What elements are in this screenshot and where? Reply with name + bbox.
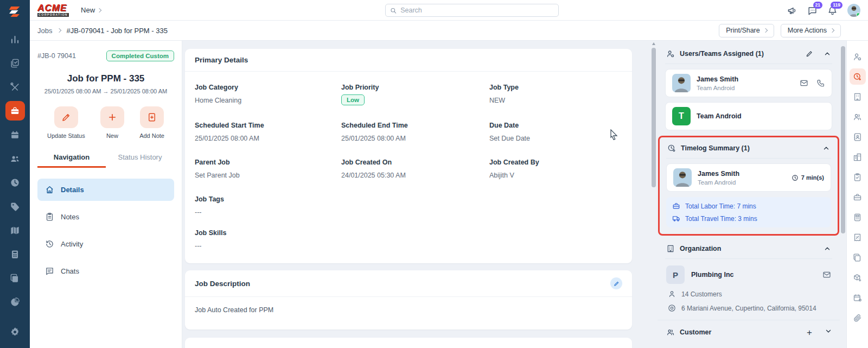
insights-icon[interactable] xyxy=(5,292,25,312)
edit-description-button[interactable] xyxy=(610,277,622,289)
assigned-team-card[interactable]: T Team Android xyxy=(665,102,832,130)
checklist-icon[interactable] xyxy=(850,169,866,185)
nav-item-details[interactable]: Details xyxy=(37,179,174,201)
reports-icon[interactable] xyxy=(5,268,25,288)
nav-item-activity[interactable]: Activity xyxy=(37,233,174,255)
field-label: Job Type xyxy=(489,84,622,91)
expand-customer-button[interactable] xyxy=(825,327,832,337)
quote-icon[interactable] xyxy=(850,229,866,245)
location-pin-icon xyxy=(668,304,676,312)
field-value: Abijith V xyxy=(489,172,622,179)
main-scrollbar[interactable] xyxy=(652,48,656,187)
chevron-down-icon xyxy=(763,28,767,33)
pricebook-icon[interactable] xyxy=(5,197,25,216)
settings-icon[interactable] xyxy=(5,322,25,341)
add-note-button[interactable]: Add Note xyxy=(139,106,164,139)
job-icon[interactable] xyxy=(850,189,866,205)
invoices-icon[interactable] xyxy=(5,244,25,264)
customer-icon[interactable] xyxy=(850,109,866,125)
customer-icon xyxy=(666,328,675,337)
right-panel: Users/Teams Assigned (1) James Smith Tea… xyxy=(658,41,840,348)
schedule-icon[interactable] xyxy=(850,289,866,306)
phone-icon[interactable] xyxy=(816,79,825,87)
chevron-up-icon xyxy=(822,144,830,152)
organization-name[interactable]: Plumbing Inc xyxy=(691,271,816,279)
calendar-icon[interactable] xyxy=(5,125,25,144)
parts-icon[interactable] xyxy=(850,269,866,286)
total-labor-time-text: Total Labor Time: 7 mins xyxy=(685,203,756,210)
organization-icon[interactable] xyxy=(850,88,866,105)
briefcase-icon xyxy=(672,202,680,210)
field-created-by: Job Created By Abijith V xyxy=(489,159,622,179)
new-button[interactable]: New xyxy=(100,106,124,139)
timelog-user-card[interactable]: James Smith Team Android 7 min(s) xyxy=(666,163,831,192)
collapse-users-teams-button[interactable] xyxy=(824,50,831,58)
edit-assignment-button[interactable] xyxy=(806,50,813,58)
field-job-skills: Job Skills --- xyxy=(195,229,622,250)
search-input[interactable] xyxy=(400,7,554,14)
new-label: New xyxy=(106,132,118,139)
timelog-icon[interactable] xyxy=(850,68,866,85)
teams-icon[interactable] xyxy=(5,149,25,168)
add-customer-button[interactable]: + xyxy=(807,328,812,337)
job-panel-tabs: Navigation Status History xyxy=(37,153,174,168)
property-icon[interactable] xyxy=(850,149,866,165)
jobs-icon[interactable] xyxy=(5,101,25,121)
job-status-badge[interactable]: Completed Custom xyxy=(106,50,174,61)
collapse-organization-button[interactable] xyxy=(824,245,831,252)
email-icon[interactable] xyxy=(822,270,831,279)
field-label: Scheduled Start Time xyxy=(195,122,341,129)
nav-item-chats[interactable]: Chats xyxy=(37,260,174,282)
field-label: Parent Job xyxy=(195,159,341,166)
chat-button[interactable]: 21 xyxy=(807,5,818,16)
field-value: 25/01/2025 08:00 AM xyxy=(195,135,341,142)
notifications-button[interactable]: 119 xyxy=(827,5,838,16)
more-actions-button[interactable]: More Actions xyxy=(781,24,841,37)
announcements-button[interactable] xyxy=(787,5,797,16)
email-icon[interactable] xyxy=(800,79,808,87)
field-value: 25/01/2025 08:00 AM xyxy=(341,135,489,142)
zuper-logo-icon[interactable] xyxy=(7,3,23,20)
right-panel-scrollbar[interactable] xyxy=(841,46,845,233)
set-due-date-link[interactable]: Set Due Date xyxy=(489,135,622,142)
field-label: Job Skills xyxy=(195,229,622,237)
field-label: Scheduled End Time xyxy=(341,122,489,129)
attachments-icon[interactable] xyxy=(850,309,866,326)
invoice-icon[interactable] xyxy=(850,209,866,225)
tab-navigation[interactable]: Navigation xyxy=(37,153,106,168)
field-value: --- xyxy=(195,208,622,216)
analytics-icon[interactable] xyxy=(5,29,25,49)
field-parent-job: Parent Job Set Parent Job xyxy=(195,159,341,179)
organization-customers-text: 14 Customers xyxy=(681,290,722,298)
pencil-icon xyxy=(806,50,813,58)
main-content: Primary Details Job Category Home Cleani… xyxy=(182,41,658,348)
contacts-icon[interactable] xyxy=(850,129,866,145)
assigned-users-icon[interactable] xyxy=(850,48,866,65)
field-value: --- xyxy=(195,242,622,250)
timesheets-icon[interactable] xyxy=(5,173,25,192)
chevron-down-icon xyxy=(830,28,834,33)
requests-icon[interactable] xyxy=(5,53,25,73)
update-status-button[interactable]: Update Status xyxy=(47,106,85,139)
acme-logo[interactable]: ACME CORPORATION xyxy=(37,3,69,17)
field-scheduled-start: Scheduled Start Time 25/01/2025 08:00 AM xyxy=(195,122,341,142)
field-job-type: Job Type NEW xyxy=(489,84,622,105)
tab-status-history[interactable]: Status History xyxy=(106,153,174,168)
timelog-user-name: James Smith xyxy=(698,170,786,178)
collapse-timelog-button[interactable] xyxy=(822,144,830,152)
global-search[interactable] xyxy=(385,4,559,17)
breadcrumb-jobs-link[interactable]: Jobs xyxy=(37,27,52,35)
map-icon[interactable] xyxy=(5,220,25,240)
documents-icon[interactable] xyxy=(850,249,866,265)
chevron-up-icon xyxy=(824,50,831,58)
scrollbar-up-arrow[interactable] xyxy=(652,42,655,45)
services-icon[interactable] xyxy=(5,77,25,97)
print-share-button[interactable]: Print/Share xyxy=(719,24,774,37)
new-menu-label: New xyxy=(81,6,95,14)
set-parent-job-link[interactable]: Set Parent Job xyxy=(195,172,341,179)
field-scheduled-end: Scheduled End Time 25/01/2025 08:00 AM xyxy=(341,122,489,142)
nav-item-notes[interactable]: Notes xyxy=(37,206,174,228)
assigned-user-card[interactable]: James Smith Team Android xyxy=(665,69,832,97)
user-avatar[interactable] xyxy=(847,4,860,17)
new-menu-button[interactable]: New xyxy=(81,6,101,14)
